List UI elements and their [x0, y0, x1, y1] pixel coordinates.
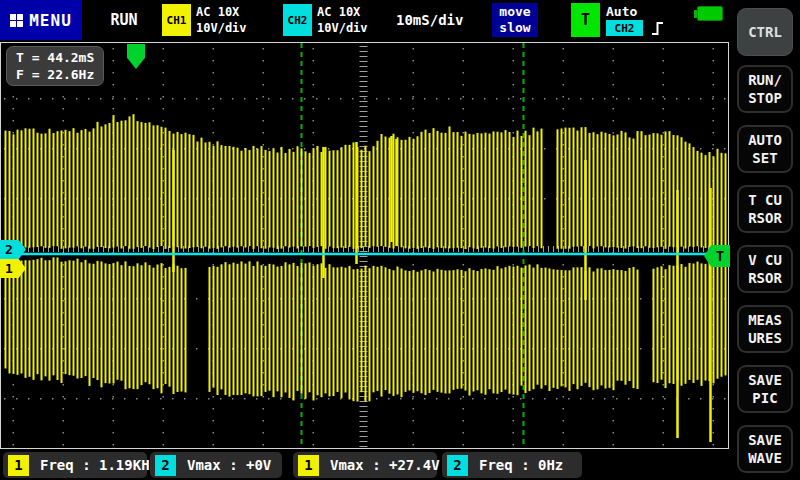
ch2-scale: 10V/div [317, 21, 368, 35]
waveform-plot-area: T = 44.2mS F = 22.6Hz 2 1 T [0, 40, 730, 450]
ch1-settings: AC 10X10V/div [196, 4, 247, 36]
waveform-display[interactable] [0, 40, 730, 450]
ch1-scale: 10V/div [196, 21, 247, 35]
ch2-badge[interactable]: CH2 [283, 4, 312, 36]
ch2-coupling: AC 10X [317, 5, 360, 19]
measurement-chip: 1 Freq : 1.19KHz [3, 452, 147, 478]
top-toolbar: MENU RUN CH1 AC 10X10V/div CH2 AC 10X10V… [0, 0, 730, 40]
ch2-chip-badge: 2 [447, 455, 468, 476]
cursor-readout-box: T = 44.2mS F = 22.6Hz [6, 46, 104, 86]
battery-icon [694, 6, 724, 21]
ch2-settings: AC 10X10V/div [317, 4, 368, 36]
measurement-bar: 1 Freq : 1.19KHz 2 Vmax : +0V 1 Vmax : +… [0, 450, 730, 480]
measurement-value: Freq : 0Hz [479, 457, 563, 473]
auto-set-button[interactable]: AUTO SET [737, 125, 793, 173]
trigger-mode-label: Auto [606, 4, 637, 19]
v-cursor-button[interactable]: V CU RSOR [737, 245, 793, 293]
measurement-value: Vmax : +27.4V [330, 457, 440, 473]
measurement-value: Vmax : +0V [187, 457, 271, 473]
move-speed-button[interactable]: move slow [492, 3, 538, 37]
measurement-chip: 2 Freq : 0Hz [442, 452, 582, 478]
t-cursor-button[interactable]: T CU RSOR [737, 185, 793, 233]
oscilloscope-screen: MENU RUN CH1 AC 10X10V/div CH2 AC 10X10V… [0, 0, 800, 480]
trigger-button[interactable]: T [571, 3, 600, 37]
measurement-value: Freq : 1.19KHz [40, 457, 158, 473]
ctrl-button[interactable]: CTRL [737, 8, 793, 56]
run-stop-button[interactable]: RUN/ STOP [737, 65, 793, 113]
timebase-readout: 10mS/div [396, 0, 463, 40]
measurement-chip: 1 Vmax : +27.4V [293, 452, 437, 478]
menu-button[interactable]: MENU [0, 0, 82, 40]
save-pic-button[interactable]: SAVE PIC [737, 365, 793, 413]
ch1-coupling: AC 10X [196, 5, 239, 19]
cursor-time-readout: T = 44.2mS [16, 49, 94, 66]
menu-grid-icon [10, 14, 23, 27]
trigger-source-badge[interactable]: CH2 [606, 20, 643, 36]
ch1-badge[interactable]: CH1 [162, 4, 191, 36]
run-status: RUN [96, 0, 152, 40]
rising-edge-icon[interactable] [650, 20, 665, 37]
ch1-chip-badge: 1 [8, 455, 29, 476]
ch1-chip-badge: 1 [298, 455, 319, 476]
cursor-freq-readout: F = 22.6Hz [16, 66, 94, 83]
save-wave-button[interactable]: SAVE WAVE [737, 425, 793, 473]
sidebar: CTRL RUN/ STOP AUTO SET T CU RSOR V CU R… [730, 0, 800, 480]
ch2-chip-badge: 2 [155, 455, 176, 476]
measurement-chip: 2 Vmax : +0V [150, 452, 282, 478]
measures-button[interactable]: MEAS URES [737, 305, 793, 353]
menu-label: MENU [29, 11, 72, 30]
